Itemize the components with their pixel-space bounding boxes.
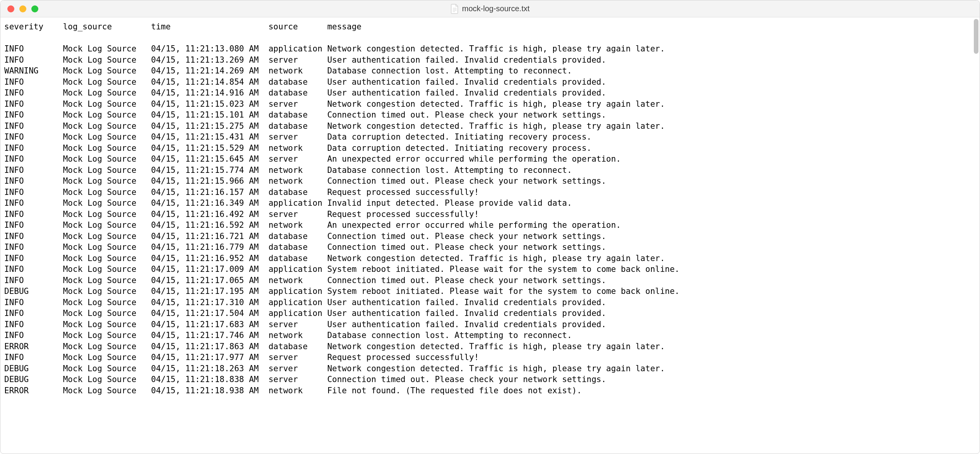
log-row: INFO Mock Log Source 04/15, 11:21:13.269…	[4, 55, 972, 66]
document-icon	[451, 4, 459, 14]
log-row: INFO Mock Log Source 04/15, 11:21:16.779…	[4, 242, 972, 253]
log-row: INFO Mock Log Source 04/15, 11:21:15.645…	[4, 154, 972, 165]
log-row: INFO Mock Log Source 04/15, 11:21:16.952…	[4, 253, 972, 264]
log-row: INFO Mock Log Source 04/15, 11:21:15.023…	[4, 99, 972, 110]
log-row: INFO Mock Log Source 04/15, 11:21:16.157…	[4, 187, 972, 198]
log-row: INFO Mock Log Source 04/15, 11:21:14.916…	[4, 87, 972, 99]
log-row: INFO Mock Log Source 04/15, 11:21:17.310…	[4, 297, 972, 308]
minimize-button[interactable]	[19, 5, 26, 12]
log-row: INFO Mock Log Source 04/15, 11:21:16.349…	[4, 198, 972, 209]
log-row: INFO Mock Log Source 04/15, 11:21:17.977…	[4, 352, 972, 363]
log-row: DEBUG Mock Log Source 04/15, 11:21:18.26…	[4, 363, 972, 374]
log-row: INFO Mock Log Source 04/15, 11:21:16.492…	[4, 209, 972, 220]
log-row: INFO Mock Log Source 04/15, 11:21:13.080…	[4, 43, 972, 55]
log-row: DEBUG Mock Log Source 04/15, 11:21:18.83…	[4, 374, 972, 385]
window-titlebar[interactable]: mock-log-source.txt	[0, 0, 980, 17]
log-row: INFO Mock Log Source 04/15, 11:21:15.966…	[4, 176, 972, 187]
log-row: INFO Mock Log Source 04/15, 11:21:15.529…	[4, 143, 972, 154]
log-row: INFO Mock Log Source 04/15, 11:21:17.504…	[4, 308, 972, 319]
log-row: INFO Mock Log Source 04/15, 11:21:17.065…	[4, 275, 972, 286]
log-row: INFO Mock Log Source 04/15, 11:21:15.101…	[4, 109, 972, 121]
traffic-lights	[0, 5, 38, 12]
text-content[interactable]: severity log_source time source messageI…	[0, 17, 972, 454]
content-area: severity log_source time source messageI…	[0, 17, 980, 454]
log-row: WARNING Mock Log Source 04/15, 11:21:14.…	[4, 65, 972, 77]
close-button[interactable]	[7, 5, 14, 12]
log-row: ERROR Mock Log Source 04/15, 11:21:18.93…	[4, 385, 972, 396]
log-row: INFO Mock Log Source 04/15, 11:21:15.275…	[4, 121, 972, 132]
log-row: INFO Mock Log Source 04/15, 11:21:17.683…	[4, 319, 972, 330]
log-row: INFO Mock Log Source 04/15, 11:21:14.854…	[4, 77, 972, 88]
window-title-container: mock-log-source.txt	[451, 4, 530, 14]
log-row: DEBUG Mock Log Source 04/15, 11:21:17.19…	[4, 286, 972, 297]
log-row: INFO Mock Log Source 04/15, 11:21:16.721…	[4, 231, 972, 242]
log-row: INFO Mock Log Source 04/15, 11:21:17.746…	[4, 330, 972, 341]
log-row: INFO Mock Log Source 04/15, 11:21:17.009…	[4, 264, 972, 275]
maximize-button[interactable]	[31, 5, 38, 12]
text-editor-window: mock-log-source.txt severity log_source …	[0, 0, 980, 454]
log-row: INFO Mock Log Source 04/15, 11:21:16.592…	[4, 220, 972, 231]
log-row: ERROR Mock Log Source 04/15, 11:21:17.86…	[4, 341, 972, 352]
log-row: INFO Mock Log Source 04/15, 11:21:15.431…	[4, 131, 972, 143]
log-header-row: severity log_source time source message	[4, 21, 972, 32]
scrollbar-thumb[interactable]	[974, 19, 978, 54]
window-title: mock-log-source.txt	[462, 4, 530, 13]
log-row: INFO Mock Log Source 04/15, 11:21:15.774…	[4, 165, 972, 176]
scrollbar-track[interactable]	[972, 17, 980, 454]
